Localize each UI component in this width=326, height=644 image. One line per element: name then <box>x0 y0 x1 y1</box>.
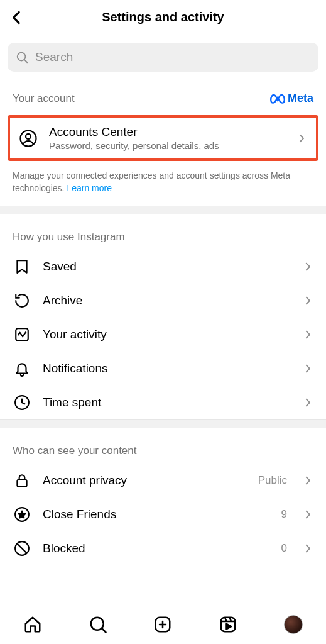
saved-row[interactable]: Saved <box>0 250 326 284</box>
chevron-right-icon <box>302 329 313 340</box>
meta-brand: Meta <box>270 92 313 105</box>
svg-line-1 <box>24 60 28 63</box>
accounts-center-title: Accounts Center <box>49 125 285 139</box>
profile-avatar-icon <box>284 615 303 634</box>
meta-brand-text: Meta <box>288 92 313 105</box>
page-title: Settings and activity <box>0 10 326 25</box>
bell-icon <box>13 360 31 377</box>
archive-label: Archive <box>43 294 291 308</box>
your-activity-label: Your activity <box>43 328 291 341</box>
svg-line-12 <box>102 628 106 632</box>
star-circle-icon <box>13 506 31 523</box>
back-chevron-icon <box>9 9 25 26</box>
profile-tab[interactable] <box>281 612 306 637</box>
plus-square-icon <box>153 615 172 634</box>
header: Settings and activity <box>0 0 326 35</box>
saved-label: Saved <box>43 260 291 274</box>
close-friends-value: 9 <box>281 508 287 521</box>
search-placeholder: Search <box>35 50 73 64</box>
account-privacy-row[interactable]: Account privacy Public <box>0 464 326 497</box>
accounts-center-highlight: Accounts Center Password, security, pers… <box>8 115 318 161</box>
time-spent-row[interactable]: Time spent <box>0 386 326 419</box>
section-label-visibility: Who can see your content <box>13 445 137 457</box>
blocked-row[interactable]: Blocked 0 <box>0 531 326 565</box>
activity-icon <box>13 326 31 343</box>
archive-icon <box>13 292 31 309</box>
svg-line-10 <box>17 544 26 553</box>
lock-icon <box>13 472 31 489</box>
bookmark-icon <box>13 258 31 275</box>
clock-icon <box>13 394 31 411</box>
time-spent-label: Time spent <box>43 396 291 409</box>
section-divider <box>0 419 326 428</box>
chevron-right-icon <box>302 397 313 408</box>
reels-tab[interactable] <box>215 612 241 637</box>
content-scroll: Search Your account Meta Accounts Center… <box>0 35 326 604</box>
archive-row[interactable]: Archive <box>0 284 326 318</box>
bottom-tabbar <box>0 604 326 644</box>
search-tab[interactable] <box>85 612 111 637</box>
accounts-center-subtitle: Password, security, personal details, ad… <box>49 140 285 151</box>
blocked-icon <box>13 540 31 557</box>
section-divider <box>0 206 326 214</box>
accounts-center-row[interactable]: Accounts Center Password, security, pers… <box>10 118 316 158</box>
blocked-label: Blocked <box>43 541 270 555</box>
svg-marker-20 <box>227 623 232 629</box>
blocked-value: 0 <box>281 542 287 555</box>
section-label-usage: How you use Instagram <box>13 231 125 243</box>
chevron-right-icon <box>302 363 313 374</box>
account-privacy-label: Account privacy <box>43 474 247 487</box>
chevron-right-icon <box>302 261 313 272</box>
svg-rect-6 <box>17 480 26 487</box>
account-privacy-value: Public <box>258 474 287 487</box>
chevron-right-icon <box>302 475 313 486</box>
notifications-row[interactable]: Notifications <box>0 352 326 386</box>
your-activity-row[interactable]: Your activity <box>0 318 326 352</box>
home-icon <box>23 615 42 634</box>
reels-icon <box>219 615 237 634</box>
create-tab[interactable] <box>150 612 175 637</box>
chevron-right-icon <box>302 295 313 306</box>
section-label-account: Your account <box>13 92 75 105</box>
notifications-label: Notifications <box>43 362 291 375</box>
svg-marker-8 <box>19 511 26 518</box>
home-tab[interactable] <box>20 612 45 637</box>
search-icon <box>89 615 107 634</box>
chevron-right-icon <box>302 543 313 554</box>
chevron-right-icon <box>302 509 313 520</box>
close-friends-label: Close Friends <box>43 508 270 521</box>
learn-more-link[interactable]: Learn more <box>67 183 112 193</box>
svg-point-3 <box>26 133 31 138</box>
search-icon <box>15 50 29 64</box>
accounts-center-description: Manage your connected experiences and ac… <box>0 165 326 206</box>
back-button[interactable] <box>9 9 25 26</box>
person-circle-icon <box>19 129 38 148</box>
close-friends-row[interactable]: Close Friends 9 <box>0 497 326 531</box>
chevron-right-icon <box>296 133 307 144</box>
meta-infinity-icon <box>270 94 285 104</box>
search-input[interactable]: Search <box>8 43 318 72</box>
